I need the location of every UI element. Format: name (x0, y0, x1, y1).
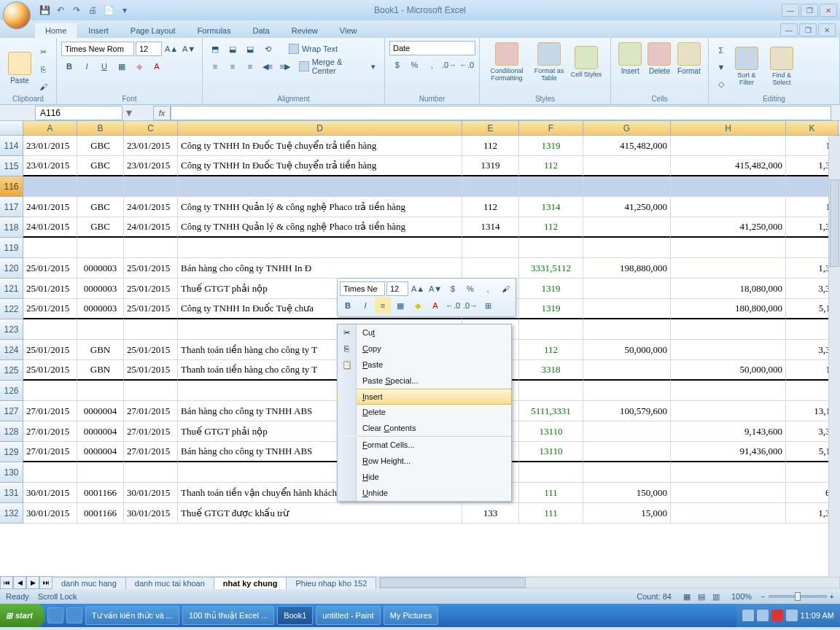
qat-dropdown-icon[interactable]: ▾ (118, 4, 131, 17)
cell[interactable] (124, 381, 178, 401)
name-box[interactable]: A116 (35, 106, 122, 120)
view-page-break[interactable]: ▥ (709, 591, 723, 602)
cell[interactable]: 3331,5112 (519, 258, 583, 279)
sheet-nav-next[interactable]: ▶ (26, 576, 39, 589)
mini-fill-color[interactable]: ◆ (410, 298, 426, 314)
cell[interactable]: 23/01/2015 (23, 136, 77, 156)
doc-close-button[interactable]: ✕ (818, 23, 836, 36)
cell[interactable]: 27/01/2015 (124, 421, 178, 442)
menu-item-unhide[interactable]: Unhide (338, 485, 511, 501)
cell[interactable]: 112 (462, 136, 519, 156)
cell[interactable]: 111 (519, 483, 583, 503)
ql-chrome-icon[interactable] (47, 607, 63, 623)
cell[interactable]: 27/01/2015 (124, 401, 178, 421)
align-bottom-button[interactable]: ⬓ (242, 41, 258, 57)
sheet-nav-prev[interactable]: ◀ (13, 576, 26, 589)
cell[interactable] (671, 258, 786, 279)
cell[interactable] (671, 319, 786, 340)
cell[interactable]: 415,482,000 (583, 136, 671, 156)
mini-align-center[interactable]: ≡ (375, 298, 391, 314)
column-header-H[interactable]: H (671, 121, 786, 135)
cell[interactable] (77, 381, 124, 401)
tab-page-layout[interactable]: Page Layout (120, 23, 186, 38)
autosum-button[interactable]: Σ (713, 42, 729, 58)
cell-styles-button[interactable]: Cell Styles (569, 41, 604, 83)
column-header-D[interactable]: D (178, 121, 462, 135)
column-header-F[interactable]: F (519, 121, 583, 135)
cell[interactable] (583, 156, 671, 176)
cell[interactable] (178, 238, 462, 258)
cell[interactable] (671, 238, 786, 258)
cell[interactable]: 3318 (519, 360, 583, 381)
menu-item-format-cells-[interactable]: Format Cells... (338, 437, 511, 453)
cell[interactable]: 25/01/2015 (23, 340, 77, 360)
doc-restore-button[interactable]: ❐ (799, 23, 817, 36)
row-header[interactable]: 131 (0, 483, 23, 503)
cell[interactable]: GBC (77, 217, 124, 238)
row-header[interactable]: 130 (0, 462, 23, 483)
fill-color-button[interactable]: ◆ (131, 58, 147, 74)
row-header[interactable]: 132 (0, 503, 23, 524)
cell[interactable] (23, 319, 77, 340)
font-color-button[interactable]: A (149, 58, 165, 74)
cell[interactable]: 27/01/2015 (124, 442, 178, 462)
tray-icon[interactable] (771, 610, 783, 621)
cell[interactable]: 112 (519, 340, 583, 360)
sheet-tab[interactable]: Phieu nhap kho 152 (286, 577, 376, 589)
cell[interactable]: 1319 (519, 136, 583, 156)
cell[interactable]: 0000004 (77, 421, 124, 442)
row-header[interactable]: 124 (0, 340, 23, 360)
cell[interactable] (671, 197, 786, 217)
cell[interactable]: 1319 (519, 299, 583, 319)
menu-item-delete[interactable]: Delete (338, 404, 511, 420)
cell[interactable]: 198,880,000 (583, 258, 671, 279)
align-left-button[interactable]: ≡ (207, 58, 223, 74)
cell[interactable]: 25/01/2015 (23, 360, 77, 381)
percent-button[interactable]: % (407, 57, 423, 73)
tab-insert[interactable]: Insert (78, 23, 119, 38)
cell[interactable]: 25/01/2015 (124, 340, 178, 360)
font-size-combo[interactable] (136, 42, 162, 56)
shrink-font-button[interactable]: A▼ (181, 41, 197, 57)
cell[interactable] (583, 217, 671, 238)
cell[interactable] (77, 319, 124, 340)
row-header[interactable]: 125 (0, 360, 23, 381)
menu-item-copy[interactable]: ⎘Copy (338, 341, 511, 357)
row-header[interactable]: 129 (0, 442, 23, 462)
mini-format-painter[interactable]: 🖌 (497, 281, 513, 297)
cell[interactable] (671, 340, 786, 360)
cell[interactable] (671, 483, 786, 503)
sheet-nav-last[interactable]: ⏭ (39, 576, 52, 589)
cell[interactable]: 23/01/2015 (124, 136, 178, 156)
cut-button[interactable]: ✂ (35, 44, 51, 60)
cell[interactable] (671, 381, 786, 401)
cell[interactable]: 23/01/2015 (124, 156, 178, 176)
row-header[interactable]: 126 (0, 381, 23, 401)
taskbar-item[interactable]: My Pictures (384, 606, 438, 625)
cell[interactable] (519, 238, 583, 258)
cell[interactable]: 180,800,000 (671, 299, 786, 319)
row-header[interactable]: 128 (0, 421, 23, 442)
minimize-button[interactable]: ― (782, 4, 799, 17)
cell[interactable]: 5111,3331 (519, 401, 583, 421)
cell[interactable]: 0000003 (77, 258, 124, 279)
cell[interactable] (519, 176, 583, 197)
cell[interactable]: 91,436,000 (671, 442, 786, 462)
redo-icon[interactable]: ↷ (70, 4, 83, 17)
name-box-dropdown[interactable]: ▾ (122, 106, 136, 120)
view-page-layout[interactable]: ▤ (695, 591, 708, 602)
find-select-button[interactable]: Find & Select (764, 41, 799, 92)
menu-item-hide[interactable]: Hide (338, 469, 511, 485)
number-format-combo[interactable] (389, 41, 475, 55)
cell[interactable] (583, 421, 671, 442)
cell[interactable] (519, 381, 583, 401)
cell[interactable]: 111 (519, 503, 583, 524)
cell[interactable] (519, 462, 583, 483)
tray-icon[interactable] (786, 610, 798, 621)
fx-button[interactable]: fx (153, 106, 171, 120)
cell[interactable]: 50,000,000 (671, 360, 786, 381)
cell[interactable]: Thuế GTGT được khấu trừ (178, 503, 462, 524)
scroll-thumb[interactable] (830, 179, 839, 267)
horizontal-scrollbar[interactable] (379, 577, 840, 588)
underline-button[interactable]: U (96, 58, 112, 74)
